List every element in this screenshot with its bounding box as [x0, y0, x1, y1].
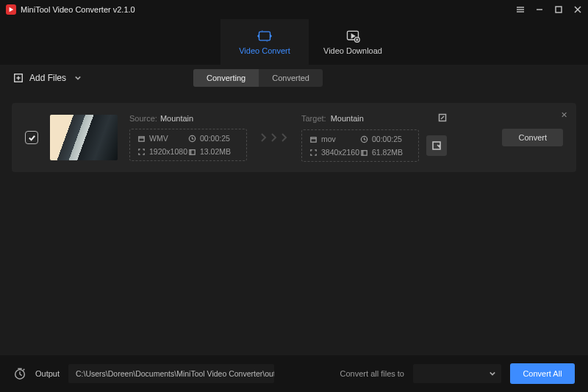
source-column: Source: Mountain WMV 00:00:25 1920x1080 … [129, 114, 247, 161]
svg-line-31 [24, 369, 25, 371]
format-icon [309, 135, 318, 143]
arrows-icon [259, 132, 290, 143]
resolution-icon [137, 148, 146, 156]
menu-icon[interactable] [516, 5, 525, 14]
tab-video-convert-label: Video Convert [239, 46, 290, 55]
check-icon [28, 134, 36, 142]
toolbar: Add Files Converting Converted [0, 65, 588, 91]
chevron-down-icon [490, 369, 495, 378]
target-label: Target: [301, 114, 326, 123]
target-column: Target: Mountain mov 00:00:25 3840x2160 … [301, 113, 447, 162]
main-tabs: Video Convert Video Download [0, 19, 588, 65]
target-duration: 00:00:25 [372, 135, 402, 143]
job-thumbnail [50, 115, 118, 160]
target-format: mov [321, 135, 336, 143]
source-duration: 00:00:25 [200, 134, 230, 143]
size-icon [188, 148, 196, 156]
svg-line-29 [20, 374, 22, 376]
target-settings-button[interactable] [426, 135, 447, 156]
source-filename: Mountain [160, 114, 193, 123]
tab-video-convert[interactable]: Video Convert [220, 19, 309, 65]
subtab-converted[interactable]: Converted [259, 69, 323, 87]
app-logo [6, 4, 16, 15]
minimize-button[interactable] [535, 5, 544, 14]
output-path-select[interactable]: C:\Users\Doreen\Documents\MiniTool Video… [68, 364, 274, 383]
convert-all-label: Convert all files to [340, 369, 404, 378]
timer-icon[interactable] [13, 367, 26, 380]
size-icon [360, 149, 368, 157]
maximize-button[interactable] [554, 5, 563, 14]
job-checkbox[interactable] [25, 131, 38, 144]
svg-rect-21 [311, 137, 316, 141]
target-info-box: mov 00:00:25 3840x2160 61.82MB [301, 129, 419, 162]
add-files-button[interactable]: Add Files [13, 73, 81, 83]
target-header: Target: Mountain [301, 113, 447, 124]
job-close-button[interactable]: ✕ [561, 110, 567, 120]
clock-icon [188, 135, 196, 143]
add-files-icon [13, 73, 24, 83]
edit-target-button[interactable] [438, 113, 447, 124]
svg-rect-5 [556, 7, 562, 13]
convert-button[interactable]: Convert [502, 129, 563, 146]
format-icon [137, 135, 146, 143]
content-area: ✕ Source: Mountain WMV 00:00:25 1920x108… [0, 91, 588, 355]
svg-rect-18 [190, 149, 195, 154]
subtab-converting[interactable]: Converting [193, 69, 259, 87]
footer: Output C:\Users\Doreen\Documents\MiniToo… [0, 355, 588, 392]
add-files-label: Add Files [29, 73, 66, 83]
resolution-icon [309, 149, 318, 157]
clock-icon [360, 135, 368, 143]
target-size: 61.82MB [372, 148, 403, 157]
svg-rect-8 [259, 32, 270, 40]
target-filename: Mountain [331, 114, 364, 123]
app-title: MiniTool Video Converter v2.1.0 [21, 5, 516, 14]
convert-all-format-select[interactable] [413, 364, 501, 383]
job-card: ✕ Source: Mountain WMV 00:00:25 1920x108… [12, 103, 576, 172]
convert-all-button[interactable]: Convert All [510, 363, 575, 384]
svg-marker-0 [10, 7, 14, 12]
add-files-caret-icon[interactable] [72, 73, 81, 83]
subtab-group: Converting Converted [193, 69, 323, 87]
output-path-text: C:\Users\Doreen\Documents\MiniTool Video… [76, 369, 274, 378]
source-format: WMV [149, 134, 168, 143]
source-resolution: 1920x1080 [149, 147, 187, 156]
svg-marker-10 [351, 35, 354, 38]
tab-video-download-label: Video Download [323, 46, 382, 55]
close-button[interactable] [573, 5, 582, 14]
svg-rect-24 [362, 150, 367, 154]
source-label: Source: [129, 114, 157, 123]
title-bar: MiniTool Video Converter v2.1.0 [0, 0, 588, 19]
tab-video-download[interactable]: Video Download [309, 19, 397, 65]
source-info-box: WMV 00:00:25 1920x1080 13.02MB [129, 129, 247, 161]
target-resolution: 3840x2160 [321, 148, 359, 157]
source-size: 13.02MB [200, 147, 231, 156]
output-label: Output [35, 369, 60, 378]
svg-rect-15 [139, 136, 144, 140]
source-header: Source: Mountain [129, 114, 247, 123]
